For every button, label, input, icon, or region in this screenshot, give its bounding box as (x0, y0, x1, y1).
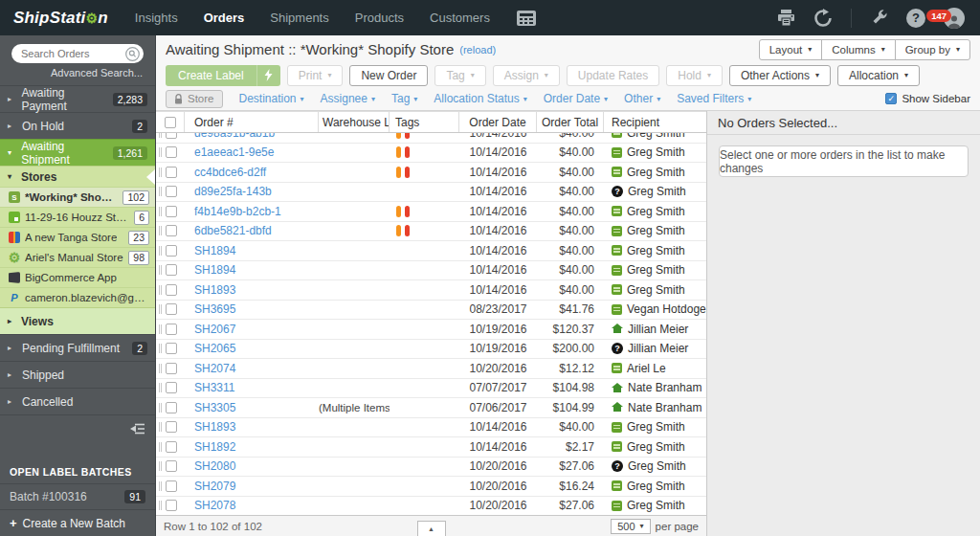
column-header-order[interactable]: Order # (185, 112, 319, 132)
row-checkbox[interactable] (166, 245, 177, 257)
order-number-link[interactable]: SH3311 (194, 381, 234, 394)
row-checkbox[interactable] (166, 206, 177, 217)
print-button[interactable]: Print▾ (287, 65, 344, 86)
order-number-link[interactable]: SH2065 (194, 342, 235, 355)
table-row[interactable]: SH2080 10/20/2016 $27.06 Greg Smith (156, 458, 706, 478)
shipstation-logo[interactable]: ShipStati⚙n (0, 9, 118, 28)
filter-tag[interactable]: Tag▾ (391, 92, 417, 105)
assign-button[interactable]: Assign▾ (493, 65, 560, 86)
nav-item-products[interactable]: Products (355, 11, 404, 25)
account-avatar[interactable]: 147 (944, 8, 965, 29)
row-checkbox[interactable] (166, 402, 177, 413)
nav-item-insights[interactable]: Insights (135, 11, 178, 25)
sidebar-store-item[interactable]: 11-29-16 Houzz Store 6 (0, 207, 155, 227)
order-number-link[interactable]: SH1894 (194, 263, 235, 277)
row-checkbox[interactable] (166, 303, 177, 315)
columns-button[interactable]: Columns▾ (821, 39, 895, 60)
create-label-button[interactable]: Create Label (166, 65, 280, 86)
row-checkbox[interactable] (166, 167, 177, 178)
order-number-link[interactable]: cc4bdce6-d2ff (194, 166, 266, 179)
collapse-sidebar-row[interactable] (0, 414, 155, 441)
sidebar-store-item[interactable]: Ariel's Manual Store 98 (0, 247, 155, 267)
row-checkbox[interactable] (166, 382, 177, 393)
row-checkbox[interactable] (166, 460, 177, 472)
row-checkbox[interactable] (166, 264, 177, 276)
table-row[interactable]: SH3311 07/07/2017 $104.98 Nate Branham (156, 379, 706, 399)
column-header-warehouse[interactable]: Warehouse Location (319, 112, 390, 132)
order-number-link[interactable]: SH1892 (194, 440, 235, 454)
nav-item-customers[interactable]: Customers (430, 11, 490, 25)
advanced-search-link[interactable]: Advanced Search... (0, 66, 155, 85)
row-checkbox[interactable] (166, 441, 177, 453)
rate-calculator-icon[interactable] (516, 10, 537, 27)
sidebar-store-item[interactable]: *Working* Shopify Store 102 (0, 187, 155, 207)
sidebar-store-item[interactable]: A new Tanga Store 23 (0, 227, 155, 247)
table-row[interactable]: SH3305 (Multiple Items) 07/06/2017 $104.… (156, 398, 706, 418)
batch-item[interactable]: Batch #100316 91 (0, 483, 155, 509)
order-number-link[interactable]: SH1893 (194, 283, 235, 297)
row-checkbox[interactable] (166, 480, 177, 492)
reload-link[interactable]: (reload) (459, 44, 496, 56)
table-row[interactable]: SH2067 10/19/2016 $120.37 Jillian Meier (156, 320, 706, 340)
row-checkbox[interactable] (166, 500, 177, 511)
order-number-link[interactable]: SH1893 (194, 420, 235, 434)
table-row[interactable]: e1aeeac1-9e5e 10/14/2016 $40.00 Greg Smi… (156, 144, 706, 164)
row-checkbox[interactable] (166, 324, 177, 335)
order-number-link[interactable]: SH2067 (194, 323, 235, 336)
sidebar-store-item[interactable]: cameron.blazevich@gma... (0, 287, 155, 307)
order-number-link[interactable]: f4b14e9b-b2cb-1 (194, 205, 281, 218)
update-rates-button[interactable]: Update Rates (567, 65, 659, 86)
table-row[interactable]: SH1893 10/14/2016 $40.00 Greg Smith (156, 418, 706, 438)
row-checkbox[interactable] (166, 133, 177, 139)
table-row[interactable]: de98a91b-ab1b 10/14/2016 $40.00 Greg Smi… (156, 133, 706, 144)
nav-item-orders[interactable]: Orders (204, 11, 245, 25)
order-number-link[interactable]: SH1894 (194, 244, 235, 257)
show-sidebar-toggle[interactable]: ✓ Show Sidebar (885, 93, 970, 104)
views-section-header[interactable]: ▸ Views (0, 307, 155, 334)
sidebar-section[interactable]: ▸ Awaiting Payment 2,283 (0, 85, 155, 112)
sidebar-section[interactable]: ▸ Shipped (0, 361, 155, 388)
filter-allocation-status[interactable]: Allocation Status▾ (434, 92, 526, 105)
row-checkbox[interactable] (166, 225, 177, 236)
hold-button[interactable]: Hold▾ (666, 65, 723, 86)
column-header-tags[interactable]: Tags (390, 112, 459, 132)
order-number-link[interactable]: SH3695 (194, 302, 235, 316)
new-order-button[interactable]: New Order (349, 65, 428, 86)
filter-saved-filters[interactable]: Saved Filters▾ (677, 92, 751, 105)
search-icon[interactable] (125, 47, 140, 61)
column-header-date[interactable]: Order Date (459, 112, 537, 132)
select-all-checkbox[interactable] (165, 117, 176, 128)
table-row[interactable]: cc4bdce6-d2ff 10/14/2016 $40.00 Greg Smi… (156, 163, 706, 183)
search-orders-input[interactable] (11, 44, 144, 63)
other-actions-button[interactable]: Other Actions▾ (729, 65, 831, 86)
settings-wrench-icon[interactable] (870, 9, 888, 27)
sidebar-section[interactable]: ▸ Pending Fulfillment 2 (0, 334, 155, 361)
sidebar-section[interactable]: ▾ Awaiting Shipment 1,261 (0, 139, 155, 166)
help-icon[interactable]: ? (906, 9, 925, 28)
allocation-button[interactable]: Allocation▾ (837, 65, 920, 86)
group-by-button[interactable]: Group by▾ (895, 39, 970, 60)
stores-section-header[interactable]: ▾ Stores (0, 166, 155, 187)
print-queue-icon[interactable] (777, 10, 795, 26)
table-row[interactable]: f4b14e9b-b2cb-1 10/14/2016 $40.00 Greg S… (156, 202, 706, 222)
table-row[interactable]: SH2078 10/20/2016 $27.06 Greg Smith (156, 497, 706, 516)
table-row[interactable]: SH1893 10/14/2016 $40.00 Greg Smith (156, 280, 706, 301)
show-sidebar-checkbox[interactable]: ✓ (885, 93, 897, 104)
table-row[interactable]: SH2074 10/20/2016 $12.12 Ariel Le (156, 359, 706, 379)
filter-destination[interactable]: Destination▾ (239, 92, 304, 105)
refresh-icon[interactable] (813, 9, 833, 28)
order-number-link[interactable]: SH2074 (194, 362, 235, 375)
table-row[interactable]: SH2065 10/19/2016 $200.00 Jillian Meier (156, 340, 706, 360)
order-number-link[interactable]: d89e25fa-143b (194, 185, 272, 198)
order-number-link[interactable]: SH2078 (194, 499, 235, 512)
table-row[interactable]: SH1894 10/14/2016 $40.00 Greg Smith (156, 241, 706, 261)
table-row[interactable]: d89e25fa-143b 10/14/2016 $40.00 Greg Smi… (156, 183, 706, 203)
filter-assignee[interactable]: Assignee▾ (321, 92, 375, 105)
row-checkbox[interactable] (166, 284, 177, 296)
column-header-total[interactable]: Order Total (537, 112, 604, 132)
table-row[interactable]: SH1894 10/14/2016 $40.00 Greg Smith (156, 261, 706, 281)
table-row[interactable]: SH2079 10/20/2016 $16.24 Greg Smith (156, 477, 706, 497)
filter-other[interactable]: Other▾ (624, 92, 660, 105)
order-number-link[interactable]: e1aeeac1-9e5e (194, 145, 274, 159)
row-checkbox[interactable] (166, 421, 177, 433)
